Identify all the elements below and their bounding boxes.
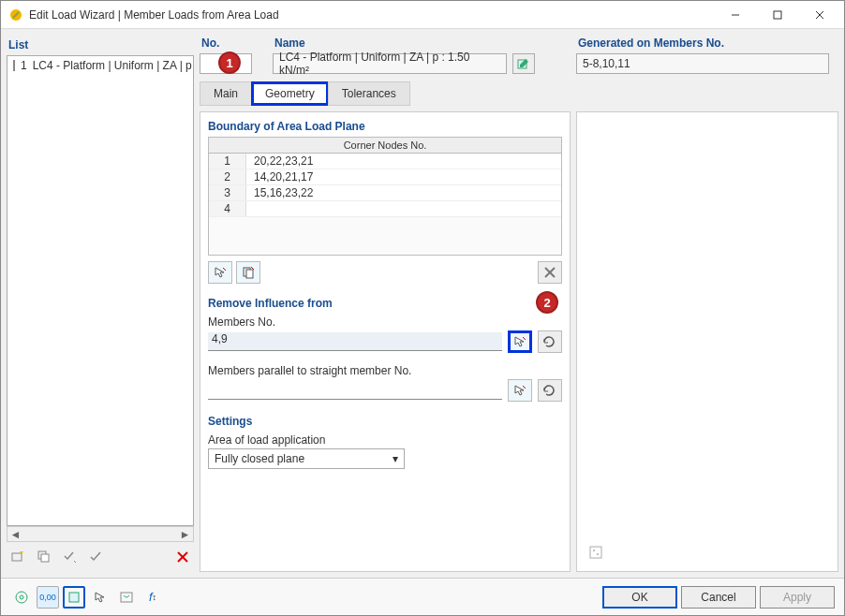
svg-rect-24 — [69, 593, 79, 602]
list-scrollbar[interactable]: ◄ ► — [7, 526, 194, 542]
boundary-section: Boundary of Area Load Plane Corner Nodes… — [208, 120, 562, 284]
cancel-button[interactable]: Cancel — [681, 586, 756, 609]
window-title: Edit Load Wizard | Member Loads from Are… — [29, 8, 714, 22]
new-item-button[interactable] — [7, 546, 29, 568]
parallel-label: Members parallel to straight member No. — [208, 364, 562, 377]
boundary-title: Boundary of Area Load Plane — [208, 120, 562, 133]
preview-panel — [576, 111, 838, 572]
name-input[interactable]: LC4 - Platform | Uniform | ZA | p : 1.50… — [273, 53, 507, 74]
table-row[interactable]: 120,22,23,21 — [209, 154, 561, 169]
check-menu-button[interactable] — [59, 546, 82, 568]
no-label: No. — [200, 35, 265, 53]
parallel-input[interactable] — [208, 381, 502, 400]
tab-tolerances[interactable]: Tolerances — [328, 81, 410, 106]
dialog-window: Edit Load Wizard | Member Loads from Are… — [0, 0, 845, 616]
list-toolbar — [7, 542, 194, 572]
copy-nodes-button[interactable] — [236, 261, 260, 284]
content-area: List 1 LC4 - Platform | Uniform | ZA | p… — [1, 29, 844, 578]
generated-input[interactable]: 5-8,10,11 — [576, 53, 829, 74]
pick-button[interactable] — [89, 586, 111, 609]
check-button[interactable] — [85, 546, 108, 568]
table-row[interactable]: 4 — [209, 201, 561, 217]
boundary-header: Corner Nodes No. — [209, 138, 561, 154]
tabs: Main Geometry Tolerances — [200, 81, 838, 106]
info-button[interactable] — [115, 586, 138, 609]
preview-options-button[interactable] — [585, 541, 607, 564]
clear-members-button[interactable] — [538, 330, 562, 353]
members-no-input[interactable]: 4,9 — [208, 332, 502, 351]
list-item-color-icon — [13, 60, 15, 71]
units-button[interactable]: 0,00 — [37, 586, 59, 609]
help-button[interactable] — [10, 586, 33, 609]
generated-label: Generated on Members No. — [576, 35, 838, 53]
boundary-table[interactable]: Corner Nodes No. 120,22,23,21 214,20,21,… — [208, 137, 562, 256]
ok-button[interactable]: OK — [602, 586, 677, 609]
pick-parallel-button[interactable] — [508, 379, 532, 402]
svg-point-21 — [597, 553, 599, 555]
svg-rect-13 — [246, 270, 253, 278]
pick-node-button[interactable] — [208, 261, 232, 284]
callout-1: 1 — [218, 51, 241, 74]
list-item[interactable]: 1 LC4 - Platform | Uniform | ZA | p : — [9, 58, 191, 73]
area-label: Area of load application — [208, 433, 562, 447]
members-no-label: Members No. — [208, 315, 562, 329]
function-button[interactable]: f↕ — [141, 586, 164, 609]
svg-rect-19 — [590, 547, 601, 558]
copy-item-button[interactable] — [33, 546, 55, 568]
svg-point-22 — [16, 592, 27, 603]
svg-rect-2 — [774, 11, 781, 19]
svg-rect-5 — [12, 553, 22, 561]
list-item-no: 1 — [21, 59, 27, 72]
settings-title: Settings — [208, 415, 562, 428]
table-blank — [209, 217, 561, 255]
svg-line-17 — [523, 337, 526, 340]
scroll-left-icon[interactable]: ◄ — [7, 527, 23, 541]
edit-name-button[interactable] — [512, 53, 535, 74]
delete-item-button[interactable] — [171, 546, 194, 568]
geometry-form: Boundary of Area Load Plane Corner Nodes… — [200, 111, 571, 572]
minimize-button[interactable] — [714, 2, 756, 28]
remove-title: Remove Influence from — [208, 297, 562, 310]
area-select[interactable]: Fully closed plane ▾ — [208, 448, 405, 469]
app-icon — [8, 7, 23, 22]
settings-section: Settings Area of load application Fully … — [208, 415, 562, 469]
list-box[interactable]: 1 LC4 - Platform | Uniform | ZA | p : — [7, 55, 194, 526]
svg-point-20 — [593, 550, 595, 551]
left-panel: List 1 LC4 - Platform | Uniform | ZA | p… — [7, 35, 194, 572]
maximize-button[interactable] — [756, 2, 798, 28]
close-button[interactable] — [798, 2, 840, 28]
svg-point-23 — [20, 595, 23, 599]
pick-members-button[interactable] — [508, 330, 532, 353]
main-panel: No. 1 1 Name LC4 - Platform | Uniform | … — [200, 35, 838, 572]
tab-geometry[interactable]: Geometry — [251, 81, 329, 106]
list-item-label: LC4 - Platform | Uniform | ZA | p : — [33, 59, 194, 72]
svg-line-18 — [523, 386, 526, 389]
chevron-down-icon: ▾ — [393, 452, 398, 465]
top-fields: No. 1 1 Name LC4 - Platform | Uniform | … — [200, 35, 838, 74]
clear-table-button[interactable] — [538, 261, 562, 284]
scroll-right-icon[interactable]: ► — [177, 527, 193, 541]
titlebar: Edit Load Wizard | Member Loads from Are… — [1, 1, 844, 29]
dialog-footer: 0,00 f↕ OK Cancel Apply — [1, 578, 844, 615]
tab-main[interactable]: Main — [200, 81, 252, 106]
apply-button[interactable]: Apply — [760, 586, 835, 609]
remove-influence-section: Remove Influence from 2 Members No. 4,9 … — [208, 297, 562, 402]
svg-rect-7 — [41, 554, 49, 562]
callout-2: 2 — [536, 291, 558, 314]
clear-parallel-button[interactable] — [538, 379, 562, 402]
list-title: List — [7, 35, 194, 55]
view-mode-button[interactable] — [63, 586, 85, 609]
table-row[interactable]: 214,20,21,17 — [209, 169, 561, 185]
tab-content: Boundary of Area Load Plane Corner Nodes… — [200, 111, 838, 572]
svg-line-11 — [223, 268, 226, 271]
table-row[interactable]: 315,16,23,22 — [209, 185, 561, 201]
